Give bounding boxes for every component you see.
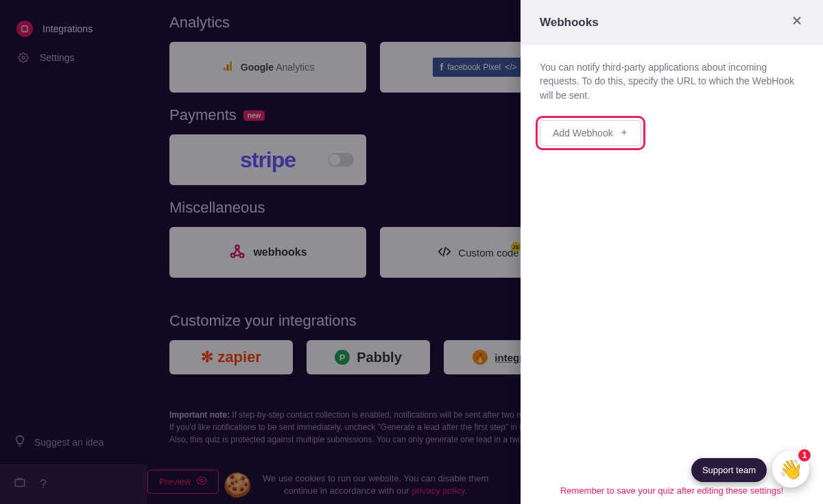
- google-analytics-label: Google Analytics: [241, 62, 314, 73]
- sidebar-item-settings[interactable]: Settings: [0, 44, 147, 71]
- svg-rect-5: [230, 61, 232, 71]
- card-google-analytics[interactable]: Google Analytics: [169, 42, 366, 93]
- code-icon: [438, 245, 451, 261]
- js-badge: JS: [511, 242, 521, 252]
- support-team-button[interactable]: Support team: [691, 458, 767, 482]
- gear-icon: [16, 51, 30, 64]
- webhooks-label: webhooks: [253, 246, 307, 259]
- preview-button[interactable]: Preview: [147, 470, 219, 494]
- svg-point-7: [240, 253, 243, 256]
- card-pabbly[interactable]: P Pabbly: [307, 340, 430, 374]
- eye-icon: [196, 475, 207, 488]
- badge-new: new: [243, 110, 265, 121]
- webhooks-icon: [228, 243, 246, 263]
- stripe-toggle[interactable]: [328, 153, 354, 167]
- stripe-label: stripe: [240, 147, 296, 173]
- svg-point-6: [231, 253, 235, 256]
- svg-rect-0: [22, 26, 27, 32]
- webhooks-panel: Webhooks You can notify third-party appl…: [521, 0, 823, 504]
- svg-rect-4: [226, 64, 228, 71]
- privacy-policy-link[interactable]: privacy policy: [412, 485, 465, 496]
- panel-description: You can notify third-party applications …: [540, 60, 804, 102]
- zapier-label: ✻ zapier: [201, 348, 261, 366]
- google-analytics-icon: [222, 60, 234, 75]
- svg-point-8: [236, 245, 239, 248]
- suggest-idea-link[interactable]: Suggest an idea: [14, 435, 104, 449]
- cookie-text: We use cookies to run our website. You c…: [263, 472, 488, 497]
- sidebar-item-label: Integrations: [43, 23, 93, 34]
- facebook-pixel-label: f facebook Pixel </>: [433, 58, 523, 77]
- svg-rect-2: [15, 480, 25, 487]
- pabbly-icon: P: [335, 350, 350, 365]
- lightbulb-icon: [14, 435, 26, 449]
- plus-icon: [620, 128, 628, 139]
- panel-title: Webhooks: [540, 16, 599, 29]
- help-icon[interactable]: ?: [40, 477, 47, 492]
- svg-point-9: [200, 479, 203, 482]
- svg-point-1: [22, 56, 25, 59]
- svg-rect-3: [224, 67, 226, 71]
- support-wave-button[interactable]: 👋 1: [772, 451, 809, 488]
- card-stripe[interactable]: stripe: [169, 134, 366, 185]
- sidebar-item-label: Settings: [40, 52, 75, 63]
- card-zapier[interactable]: ✻ zapier: [169, 340, 293, 374]
- panel-footer-note: Remember to save your quiz after editing…: [521, 485, 823, 496]
- sidebar-item-integrations[interactable]: Integrations: [0, 14, 147, 44]
- folder-icon[interactable]: [14, 477, 26, 492]
- pabbly-label: Pabbly: [357, 350, 402, 365]
- notification-badge: 1: [797, 448, 812, 463]
- suggest-idea-label: Suggest an idea: [34, 437, 104, 448]
- close-icon[interactable]: [790, 14, 804, 32]
- integrately-icon: 🔥: [473, 350, 488, 365]
- cookie-icon: 🍪: [223, 471, 252, 499]
- custom-code-label: Custom code: [458, 247, 518, 259]
- card-webhooks[interactable]: webhooks: [169, 227, 366, 278]
- puzzle-icon: [16, 21, 33, 37]
- add-webhook-button[interactable]: Add Webhook: [540, 120, 641, 146]
